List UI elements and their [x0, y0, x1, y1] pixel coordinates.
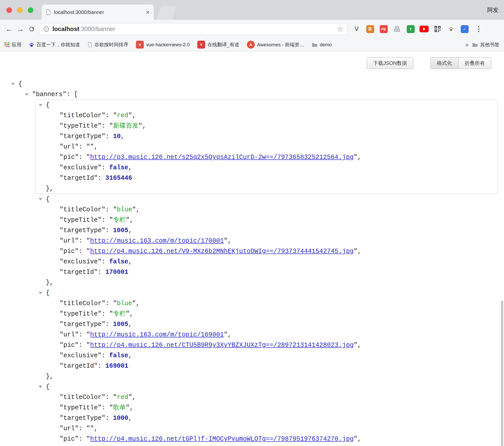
bookmark-item[interactable]: demo — [312, 42, 332, 48]
fullscreen-window-button[interactable] — [28, 7, 33, 13]
close-window-button[interactable] — [6, 7, 12, 13]
open-brace: { — [46, 101, 50, 109]
tab-strip: localhost:3000/banner × 阿发 — [0, 0, 504, 20]
quote-mark: " — [354, 435, 357, 443]
quote-mark: " — [86, 341, 90, 349]
qrcode-icon[interactable] — [433, 24, 442, 34]
colon: : — [79, 248, 86, 255]
new-tab-button[interactable] — [157, 6, 176, 20]
bookmark-item[interactable]: 百度一下，你就知道 — [29, 41, 80, 48]
bookmark-item[interactable]: 应用 — [5, 41, 21, 48]
comma: , — [94, 425, 98, 432]
tampermonkey-icon[interactable]: T — [406, 24, 415, 34]
bookmark-item[interactable]: 谷歌按时间排序 — [88, 41, 128, 48]
json-key: "targetId" — [60, 362, 98, 370]
format-collapse-group: 格式化 折叠所有 — [430, 57, 491, 69]
open-brace: { — [18, 80, 22, 88]
browser-tab[interactable]: localhost:3000/banner × — [42, 5, 154, 20]
collapse-toggle-icon[interactable] — [39, 198, 42, 200]
quote-mark: " — [224, 237, 228, 245]
json-url-link[interactable]: http://p4.music.126.net/CTU5B9R9y3XyYBZX… — [90, 341, 354, 349]
shield-icon[interactable]: ✓ — [460, 24, 469, 34]
json-key: "titleColor" — [60, 112, 105, 119]
close-brace: }, — [46, 185, 53, 192]
quote-mark: " — [224, 331, 228, 338]
youtube-icon[interactable] — [419, 24, 429, 34]
json-url-link[interactable]: http://p4.music.126.net/tGPljf-IMOCyPvum… — [90, 435, 354, 443]
back-button[interactable]: ← — [4, 23, 15, 35]
page-content: 下载JSON数据 格式化 折叠所有 {"banners": [{"titleCo… — [0, 51, 504, 446]
comma: , — [128, 352, 132, 359]
browser-menu-icon[interactable] — [473, 26, 484, 32]
scrollbar[interactable] — [501, 301, 503, 446]
json-string-value: blue — [117, 206, 132, 213]
download-json-button[interactable]: 下载JSON数据 — [367, 57, 413, 69]
json-key: "pic" — [60, 248, 79, 255]
close-tab-icon[interactable]: × — [146, 8, 150, 16]
quote-mark: " — [354, 341, 357, 349]
json-key: "url" — [60, 331, 79, 338]
quote-mark: " — [113, 394, 117, 401]
json-line: "targetId": 169001 — [0, 361, 504, 371]
open-brace: { — [46, 289, 50, 297]
translate-icon[interactable]: 英 — [365, 24, 375, 34]
quote-mark: " — [113, 112, 117, 119]
v-icon: V — [136, 41, 144, 49]
bookmark-item[interactable]: AAwesomes - 前端资… — [247, 41, 304, 49]
json-line: }, — [0, 277, 504, 288]
colon: : — [102, 310, 109, 318]
bookmark-star-icon[interactable]: ☆ — [337, 25, 343, 33]
address-bar[interactable]: localhost:3000/banner ☆ — [39, 23, 347, 35]
json-number-value: 3165446 — [105, 174, 132, 182]
json-key: "titleColor" — [60, 394, 105, 401]
collapse-toggle-icon[interactable] — [39, 292, 42, 294]
vimium-icon[interactable]: V — [352, 24, 361, 34]
json-url-link[interactable]: http://p3.music.126.net/s25q2x5QyqsAzilC… — [90, 154, 354, 161]
colon: : — [102, 258, 109, 265]
comma: , — [94, 143, 98, 151]
comma: , — [128, 164, 132, 171]
fe-icon[interactable]: FE — [379, 24, 388, 34]
quote-mark: " — [109, 310, 113, 318]
json-line: "exclusive": false, — [0, 257, 504, 267]
other-bookmarks-folder[interactable]: 其他书签 — [472, 41, 499, 48]
forward-button[interactable]: → — [15, 23, 26, 35]
json-string-value: 专栏 — [113, 310, 126, 318]
colon: : — [79, 154, 86, 161]
json-url-link[interactable]: http://p4.music.126.net/V9-MXz6b2MNhEKju… — [90, 248, 354, 255]
page-icon — [46, 9, 51, 15]
collapse-toggle-icon[interactable] — [39, 104, 42, 106]
json-string-value: 新碟首发 — [113, 122, 138, 130]
json-line: "url": "http://music.163.com/m/topic/170… — [0, 236, 504, 246]
json-line: "titleColor": "red", — [0, 392, 504, 403]
collapse-toggle-icon[interactable] — [39, 386, 42, 388]
minimize-window-button[interactable] — [17, 7, 23, 13]
colon: : — [105, 394, 113, 401]
comma: , — [121, 133, 124, 140]
collapse-toggle-icon[interactable] — [25, 93, 29, 96]
page-info-icon[interactable] — [43, 26, 49, 32]
paw-extension-icon[interactable] — [446, 24, 456, 34]
bookmarks-overflow-chevron[interactable]: » — [462, 41, 472, 48]
colon: : — [105, 206, 113, 213]
colon: : — [79, 143, 86, 151]
collapse-all-button[interactable]: 折叠所有 — [458, 57, 491, 69]
json-line: "banners": [ — [0, 89, 504, 100]
json-line: "typeTitle": "专栏", — [0, 309, 504, 319]
json-url-link[interactable]: http://music.163.com/m/topic/169001 — [90, 331, 224, 338]
collapse-toggle-icon[interactable] — [11, 83, 15, 85]
json-key: "pic" — [60, 154, 79, 161]
bookmarks-bar: 应用百度一下，你就知道谷歌按时间排序Vvue-hackernews-2.0Y在线… — [0, 38, 504, 51]
org-chart-icon[interactable]: 品 — [392, 24, 402, 34]
json-key: "typeTitle" — [60, 122, 102, 130]
bookmark-item[interactable]: Y在线翻译_有道 — [197, 41, 239, 49]
json-url-link[interactable]: http://music.163.com/m/topic/170001 — [90, 237, 224, 245]
quote-mark: " — [86, 143, 90, 151]
format-button[interactable]: 格式化 — [430, 57, 458, 69]
json-key: "exclusive" — [60, 258, 102, 265]
url-host: localhost — [52, 25, 79, 32]
bookmark-label: 其他书签 — [480, 41, 499, 48]
reload-button[interactable] — [26, 23, 37, 35]
colon: : — [79, 425, 86, 432]
bookmark-item[interactable]: Vvue-hackernews-2.0 — [136, 41, 190, 49]
